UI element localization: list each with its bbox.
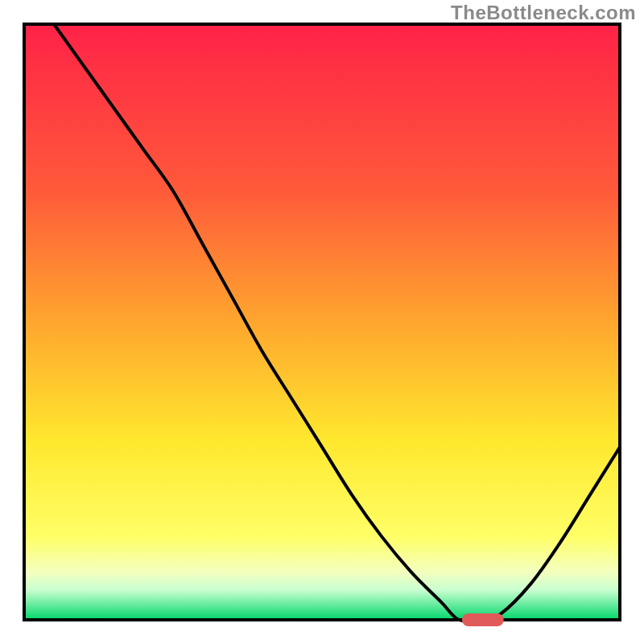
bottleneck-chart [0, 0, 644, 644]
watermark-text: TheBottleneck.com [451, 2, 636, 24]
chart-container: TheBottleneck.com [0, 0, 644, 644]
minimum-marker [462, 613, 504, 626]
plot-background [24, 24, 620, 620]
